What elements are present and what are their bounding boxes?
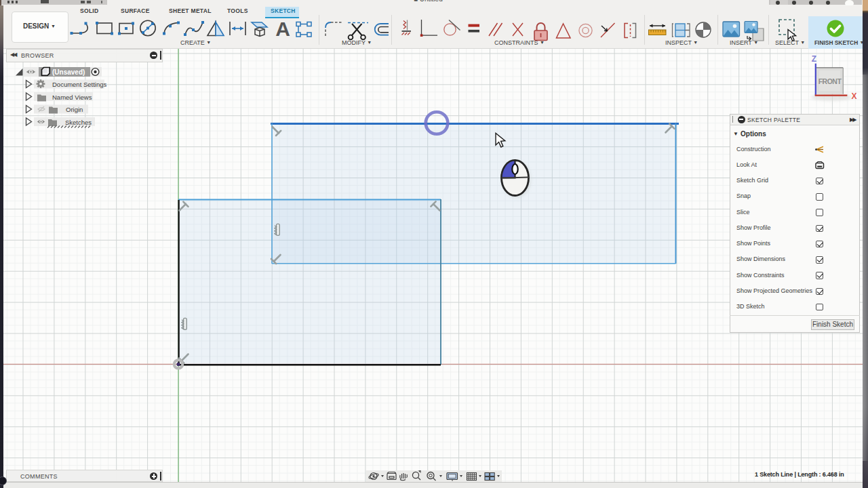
svg-text:Sketches: Sketches [65, 119, 92, 126]
svg-text:(Unsaved): (Unsaved) [52, 68, 85, 76]
svg-text:Origin: Origin [66, 106, 83, 113]
svg-text:X: X [852, 92, 857, 101]
svg-text:Z: Z [812, 54, 816, 64]
svg-text:Named Views: Named Views [52, 94, 92, 101]
svg-text:FRONT: FRONT [818, 77, 842, 85]
svg-text:A: A [275, 18, 290, 40]
svg-text:Document Settings: Document Settings [52, 81, 107, 88]
